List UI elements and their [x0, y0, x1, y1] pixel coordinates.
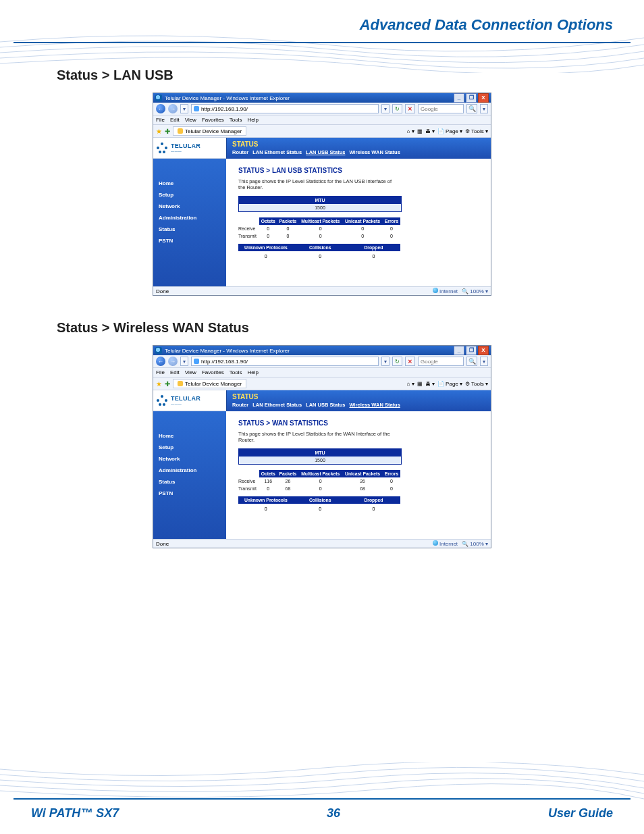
- col-errors: Errors: [383, 217, 400, 225]
- menu-edit[interactable]: Edit: [170, 369, 180, 375]
- menu-file[interactable]: File: [156, 117, 165, 123]
- window-minimize-button[interactable]: _: [454, 346, 464, 355]
- tab-favicon-icon: [178, 381, 183, 386]
- favorites-star-icon[interactable]: ★: [156, 128, 162, 135]
- col-multicast: Multicast Packets: [298, 470, 342, 477]
- nav-dropdown[interactable]: ▾: [180, 357, 188, 366]
- stop-button[interactable]: ✕: [405, 104, 415, 113]
- cmd-page[interactable]: 📄 Page ▾: [437, 381, 462, 387]
- search-dropdown[interactable]: ▾: [480, 357, 488, 366]
- menu-view[interactable]: View: [185, 369, 196, 375]
- subtab-lan-eth[interactable]: LAN Ethernet Status: [252, 402, 302, 408]
- brand-logo: TELULAR ———: [153, 138, 226, 159]
- cmd-home[interactable]: ⌂ ▾: [407, 381, 414, 387]
- menu-tools[interactable]: Tools: [230, 369, 242, 375]
- page-favicon-icon: [194, 106, 199, 111]
- sidebar-item-status[interactable]: Status: [153, 224, 226, 235]
- search-go-button[interactable]: 🔍: [466, 357, 477, 366]
- sidebar-item-pstn[interactable]: PSTN: [153, 488, 226, 499]
- sidebar-item-setup[interactable]: Setup: [153, 189, 226, 201]
- window-close-button[interactable]: X: [478, 346, 489, 355]
- browser-tab[interactable]: Telular Device Manager: [173, 126, 246, 136]
- panel-title: STATUS > LAN USB STATISTICS: [238, 167, 479, 174]
- menu-file[interactable]: File: [156, 369, 165, 375]
- favorites-star-icon[interactable]: ★: [156, 380, 162, 388]
- router-main: STATUS Router LAN Ethernet Status LAN US…: [226, 390, 491, 539]
- subtab-wwan[interactable]: Wireless WAN Status: [349, 149, 400, 155]
- subtab-lan-eth[interactable]: LAN Ethernet Status: [252, 149, 302, 155]
- search-go-button[interactable]: 🔍: [466, 104, 477, 113]
- forward-button[interactable]: →: [168, 357, 178, 366]
- subtab-wwan[interactable]: Wireless WAN Status: [349, 402, 400, 408]
- refresh-button[interactable]: ↻: [392, 357, 402, 366]
- sidebar-item-pstn[interactable]: PSTN: [153, 235, 226, 246]
- window-minimize-button[interactable]: _: [454, 93, 464, 103]
- footer-product: Wi PATH™ SX7: [31, 806, 119, 820]
- browser-statusbar: Done Internet 🔍 100% ▾: [153, 286, 491, 295]
- subtab-lan-usb[interactable]: LAN USB Status: [306, 149, 345, 155]
- search-box[interactable]: Google: [418, 104, 464, 113]
- row-receive: Receive 116 26 0 26 0: [238, 477, 400, 485]
- ie-icon: [155, 347, 162, 354]
- tab-title: Telular Device Manager: [185, 128, 242, 134]
- search-dropdown[interactable]: ▾: [480, 104, 488, 113]
- menu-view[interactable]: View: [185, 117, 196, 123]
- address-bar[interactable]: http://192.168.1.90/: [191, 357, 379, 366]
- sidebar-item-setup[interactable]: Setup: [153, 442, 226, 453]
- subtab-lan-usb[interactable]: LAN USB Status: [306, 402, 345, 408]
- status-zoom[interactable]: 🔍 100% ▾: [462, 541, 488, 547]
- sidebar-item-network[interactable]: Network: [153, 201, 226, 212]
- stats-table-2: Unknown Protocols Collisions Dropped 0 0…: [238, 496, 400, 514]
- url-dropdown[interactable]: ▾: [381, 357, 390, 366]
- menu-tools[interactable]: Tools: [230, 117, 242, 123]
- router-sidebar: TELULAR ——— Home Setup Network Administr…: [153, 138, 226, 286]
- back-button[interactable]: ←: [156, 104, 165, 113]
- brand-name: TELULAR: [171, 395, 200, 402]
- col-collisions: Collisions: [294, 244, 347, 251]
- header-rule: [14, 42, 630, 43]
- sidebar-item-home[interactable]: Home: [153, 178, 226, 189]
- col-dropped: Dropped: [347, 244, 400, 251]
- menu-favorites[interactable]: Favorites: [202, 369, 224, 375]
- url-dropdown[interactable]: ▾: [381, 104, 390, 113]
- add-favorite-icon[interactable]: ✚: [165, 128, 170, 135]
- add-favorite-icon[interactable]: ✚: [165, 380, 170, 388]
- subtab-router[interactable]: Router: [232, 149, 248, 155]
- window-close-button[interactable]: X: [478, 93, 489, 103]
- screenshot-ie-wwan: Telular Device Manager - Windows Interne…: [153, 345, 491, 548]
- ie-icon: [155, 95, 162, 101]
- cmd-print[interactable]: 🖶 ▾: [425, 128, 435, 134]
- sidebar-item-status[interactable]: Status: [153, 476, 226, 488]
- window-maximize-button[interactable]: ❐: [466, 93, 477, 103]
- sidebar-item-administration[interactable]: Administration: [153, 465, 226, 476]
- sidebar-item-network[interactable]: Network: [153, 453, 226, 465]
- cmd-feeds[interactable]: ▦: [417, 381, 423, 387]
- browser-tab[interactable]: Telular Device Manager: [173, 379, 246, 388]
- subtab-router[interactable]: Router: [232, 402, 248, 408]
- menu-favorites[interactable]: Favorites: [202, 117, 224, 123]
- back-button[interactable]: ←: [156, 357, 165, 366]
- menu-edit[interactable]: Edit: [170, 117, 180, 123]
- status-zoom[interactable]: 🔍 100% ▾: [462, 288, 488, 294]
- cmd-print[interactable]: 🖶 ▾: [425, 381, 435, 387]
- page-band: STATUS Router LAN Ethernet Status LAN US…: [226, 138, 491, 159]
- window-maximize-button[interactable]: ❐: [466, 346, 477, 355]
- menu-help[interactable]: Help: [247, 117, 258, 123]
- cmd-tools[interactable]: ⚙ Tools ▾: [465, 128, 488, 134]
- cmd-home[interactable]: ⌂ ▾: [407, 128, 414, 134]
- cmd-page[interactable]: 📄 Page ▾: [437, 128, 462, 134]
- nav-dropdown[interactable]: ▾: [180, 104, 188, 113]
- search-box[interactable]: Google: [418, 357, 464, 366]
- section-heading-wwan: Status > Wireless WAN Status: [57, 320, 587, 336]
- sidebar-item-administration[interactable]: Administration: [153, 212, 226, 224]
- address-bar[interactable]: http://192.168.1.90/: [191, 104, 379, 113]
- stop-button[interactable]: ✕: [405, 357, 415, 366]
- cmd-tools[interactable]: ⚙ Tools ▾: [465, 381, 488, 387]
- refresh-button[interactable]: ↻: [392, 104, 402, 113]
- forward-button[interactable]: →: [168, 104, 178, 113]
- cmd-feeds[interactable]: ▦: [417, 128, 423, 134]
- nav-bar: ← → ▾ http://192.168.1.90/ ▾ ↻ ✕ Google …: [153, 355, 491, 368]
- sidebar-item-home[interactable]: Home: [153, 430, 226, 442]
- menu-help[interactable]: Help: [247, 369, 258, 375]
- mtu-value: 1500: [239, 457, 401, 464]
